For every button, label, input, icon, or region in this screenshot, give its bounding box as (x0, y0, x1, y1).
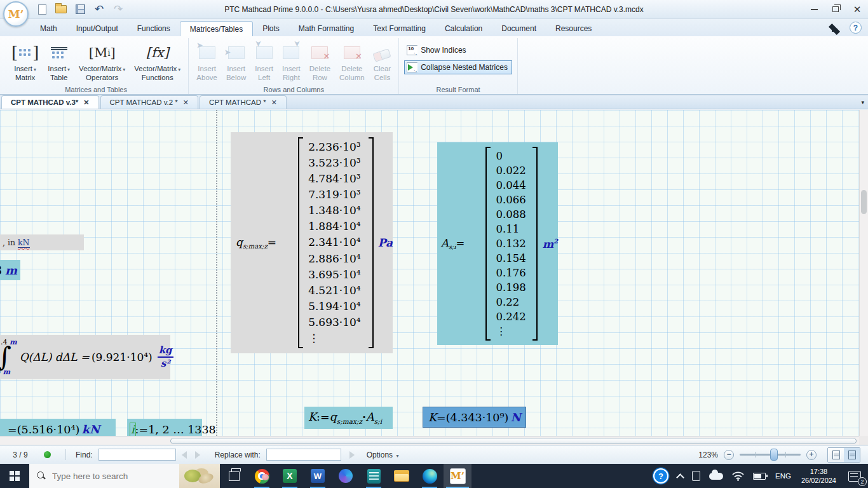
region-a-matrix-result[interactable]: As;i= 00.0220.0440.0660.0880.110.1320.15… (437, 142, 558, 345)
undo-button[interactable]: ↶ (93, 3, 105, 16)
group-label: Result Format (399, 86, 517, 93)
region-depth-result[interactable]: 8 m (0, 260, 20, 280)
tab-document[interactable]: Document (492, 21, 546, 36)
collapse-nested-matrices-toggle[interactable]: Collapse Nested Matrices (404, 60, 512, 74)
chevron-up-icon (676, 473, 684, 482)
task-view-icon (229, 471, 240, 481)
task-view-button[interactable] (220, 464, 248, 488)
taskbar-chrome[interactable] (248, 464, 276, 488)
find-next-icon[interactable] (195, 451, 200, 459)
tray-your-phone[interactable] (688, 464, 705, 488)
horizontal-scrollbar[interactable] (0, 436, 859, 445)
tab-calculation[interactable]: Calculation (435, 21, 492, 36)
close-button[interactable]: ✕ (846, 0, 868, 19)
mathcad-logo[interactable]: M’ (3, 1, 29, 27)
graduation-cap-icon[interactable] (827, 23, 843, 33)
find-input[interactable] (98, 449, 176, 461)
delete-column-button[interactable]: ✕ Delete Column (337, 39, 367, 84)
new-document-button[interactable] (36, 3, 48, 16)
tray-onedrive[interactable] (705, 464, 728, 488)
zoom-in-button[interactable]: + (806, 450, 817, 460)
group-label: Matrices and Tables (4, 86, 188, 93)
region-k-result[interactable]: K=(4.343·10⁹) N (423, 407, 526, 428)
vector-matrix-operators-button[interactable]: [Mi] Vector/Matrix▾ Operators (76, 39, 128, 84)
vertical-scrollbar[interactable] (859, 110, 868, 436)
doc-tab-cpt-mathcad-v2[interactable]: CPT MATHCAD v.2 * ✕ (100, 95, 199, 109)
tab-math[interactable]: Math (31, 21, 67, 36)
tray-language[interactable]: ENG (770, 464, 796, 488)
insert-left-button[interactable]: ➤ Insert Left (252, 39, 276, 84)
zoom-out-button[interactable]: − (724, 450, 734, 460)
insert-above-button[interactable]: ➤ Insert Above (194, 39, 220, 84)
vector-matrix-functions-button[interactable]: [fx] Vector/Matrix▾ Functions (132, 39, 183, 84)
zoom-slider-thumb[interactable] (770, 449, 778, 461)
close-tab-icon[interactable]: ✕ (83, 98, 89, 107)
tab-matrices-tables[interactable]: Matrices/Tables (180, 21, 253, 37)
titlebar: M’ ↶ ↷ PTC Mathcad Prime 9.0.0.0 - C:\Us… (0, 0, 868, 19)
region-integral-result[interactable]: 1.4 m ∫ 0 m Q(ΔL) dΔL = (9.921·10⁴) kg s… (0, 335, 170, 379)
tray-show-hidden[interactable] (673, 464, 688, 488)
tray-battery[interactable] (749, 464, 770, 488)
q-matrix-label: qs;max;z= (236, 236, 298, 250)
close-tab-icon[interactable]: ✕ (183, 98, 189, 107)
tab-text-formatting[interactable]: Text Formatting (363, 21, 435, 36)
matrix-cell: 2.236·10³ (308, 139, 361, 155)
worksheet-canvas[interactable]: , in kN 8 m 1.4 m ∫ 0 m Q(ΔL) dΔL = (9.9… (0, 110, 868, 445)
page-view-button[interactable] (828, 448, 844, 462)
taskbar-file-explorer[interactable] (388, 464, 416, 488)
tray-network[interactable] (728, 464, 749, 488)
draft-view-button[interactable] (844, 448, 860, 462)
region-k-definition[interactable]: K:=qs;max;z·As;i (304, 407, 393, 429)
zoom-slider[interactable] (740, 454, 801, 456)
taskbar-excel[interactable] (276, 464, 304, 488)
tray-clock[interactable]: 17:38 26/02/2024 (796, 464, 841, 488)
insert-matrix-button[interactable]: [] Insert▾ Matrix (9, 39, 41, 84)
insert-matrix-icon: [] (11, 41, 39, 65)
restore-button[interactable] (825, 0, 846, 19)
tray-help[interactable]: ? (649, 464, 673, 488)
insert-below-button[interactable]: ➤ Insert Below (224, 39, 248, 84)
group-result-format: 10 Show Indices Collapse Nested Matrices… (399, 38, 518, 94)
close-tab-icon[interactable]: ✕ (271, 98, 277, 107)
taskbar-teal-app[interactable] (360, 464, 388, 488)
help-button[interactable]: ? (850, 22, 862, 34)
region-q-matrix-result[interactable]: qs;max;z= 2.236·10³3.523·10³4.784·10³7.3… (231, 132, 393, 353)
insert-right-button[interactable]: ➤ Insert Right (280, 39, 303, 84)
taskbar-mathcad[interactable]: M’ (444, 464, 471, 488)
doc-tab-cpt-mathcad-v3[interactable]: CPT MATHCAD v.3* ✕ (1, 95, 99, 109)
vertical-scrollbar-thumb[interactable] (861, 190, 867, 214)
search-input[interactable] (52, 471, 154, 481)
horizontal-scrollbar-thumb[interactable] (170, 438, 857, 444)
tab-plots[interactable]: Plots (253, 21, 289, 36)
open-button[interactable] (55, 3, 67, 16)
find-previous-icon[interactable] (182, 451, 187, 459)
depth-value: 8 (0, 264, 2, 277)
taskbar-word[interactable] (304, 464, 332, 488)
tab-input-output[interactable]: Input/Output (67, 21, 128, 36)
replace-input[interactable] (266, 449, 341, 461)
insert-table-button[interactable]: Insert▾ Table (45, 39, 72, 84)
replace-label: Replace with: (215, 451, 261, 459)
matrix-cell: 0.066 (496, 193, 526, 207)
delete-row-button[interactable]: ✕ Delete Row (307, 39, 333, 84)
redo-button[interactable]: ↷ (112, 3, 125, 16)
taskbar-search[interactable] (29, 464, 220, 488)
minimize-button[interactable] (803, 0, 825, 19)
clear-cells-button[interactable]: Clear Cells (371, 39, 393, 84)
tab-functions[interactable]: Functions (128, 21, 180, 36)
group-rows-and-columns: ➤ Insert Above ➤ Insert Below ➤ Insert L… (189, 38, 399, 94)
show-indices-toggle[interactable]: 10 Show Indices (404, 43, 512, 57)
options-button[interactable]: Options ▾ (367, 451, 399, 459)
doc-tab-cpt-mathcad[interactable]: CPT MATHCAD * ✕ (200, 95, 287, 109)
tab-resources[interactable]: Resources (546, 21, 601, 36)
replace-next-icon[interactable] (349, 451, 355, 459)
taskbar-office365[interactable] (332, 464, 360, 488)
taskbar-edge[interactable] (416, 464, 444, 488)
tab-math-formatting[interactable]: Math Formatting (289, 21, 363, 36)
start-button[interactable] (0, 464, 29, 488)
save-button[interactable] (74, 3, 86, 16)
action-center-button[interactable]: 2 (841, 464, 868, 488)
region-kn-note[interactable]: , in kN (0, 234, 84, 250)
page-margin-line (216, 110, 217, 436)
tab-overflow-icon[interactable]: ▾ (861, 99, 868, 105)
